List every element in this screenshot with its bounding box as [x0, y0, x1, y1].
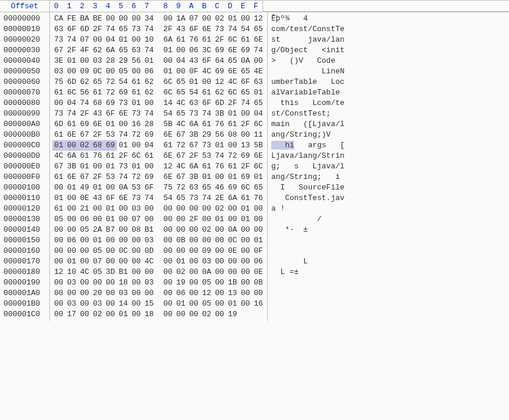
hex-byte[interactable]: 0D: [143, 246, 156, 256]
hex-byte[interactable]: 00: [252, 56, 265, 66]
offset-cell[interactable]: 000000A0: [4, 119, 46, 130]
hex-byte[interactable]: 0F: [187, 66, 200, 77]
hex-byte[interactable]: 62: [78, 77, 91, 87]
hex-byte[interactable]: 01: [91, 182, 104, 193]
hex-byte[interactable]: 00: [187, 309, 200, 320]
hex-byte[interactable]: 00: [161, 214, 174, 225]
hex-byte[interactable]: 43: [174, 24, 187, 35]
hex-byte[interactable]: 6E: [252, 151, 265, 161]
hex-byte[interactable]: 6A: [65, 151, 78, 161]
hex-byte[interactable]: 00: [213, 256, 226, 267]
offset-cell[interactable]: 00000040: [4, 56, 46, 66]
hex-byte[interactable]: 00: [174, 246, 187, 256]
offset-cell[interactable]: 00000120: [4, 204, 46, 214]
hex-byte[interactable]: 01: [117, 35, 130, 45]
hex-byte[interactable]: 04: [174, 56, 187, 66]
hex-byte[interactable]: 00: [117, 204, 130, 214]
hex-byte[interactable]: 61: [91, 87, 104, 98]
hex-byte[interactable]: 69: [213, 45, 226, 56]
hex-row[interactable]: 672F4F626A6563740100063C696E6974: [52, 45, 265, 56]
hex-byte[interactable]: 00: [161, 13, 174, 24]
hex-byte[interactable]: 17: [65, 309, 78, 320]
hex-byte[interactable]: 01: [187, 77, 200, 87]
hex-byte[interactable]: 12: [200, 288, 213, 299]
hex-byte[interactable]: 01: [52, 140, 65, 151]
hex-byte[interactable]: 00: [104, 182, 117, 193]
ascii-row[interactable]: st java/lan: [271, 35, 505, 45]
hex-byte[interactable]: 74: [117, 130, 130, 140]
hex-byte[interactable]: 61: [52, 204, 65, 214]
hex-byte[interactable]: 00: [78, 277, 91, 288]
hex-byte[interactable]: 00: [78, 299, 91, 309]
hex-byte[interactable]: 01: [104, 204, 117, 214]
hex-byte[interactable]: 0E: [226, 246, 239, 256]
hex-byte[interactable]: 01: [174, 299, 187, 309]
hex-byte[interactable]: 4C: [52, 151, 65, 161]
offset-cell[interactable]: 00000060: [4, 77, 46, 87]
hex-byte[interactable]: 68: [91, 98, 104, 109]
hex-byte[interactable]: 03: [52, 66, 65, 77]
hex-byte[interactable]: 74: [213, 151, 226, 161]
hex-byte[interactable]: 67: [52, 45, 65, 56]
hex-byte[interactable]: 6D: [78, 24, 91, 35]
hex-byte[interactable]: 61: [226, 119, 239, 130]
ascii-row[interactable]: I SourceFile: [271, 182, 505, 193]
hex-byte[interactable]: 2F: [117, 151, 130, 161]
hex-byte[interactable]: 18: [117, 277, 130, 288]
hex-byte[interactable]: 01: [143, 56, 156, 66]
hex-byte[interactable]: 2F: [213, 35, 226, 45]
hex-row[interactable]: 61002100010003000000000002000100: [52, 204, 265, 214]
hex-byte[interactable]: 00: [104, 235, 117, 246]
hex-byte[interactable]: 54: [161, 109, 174, 119]
hex-byte[interactable]: 00: [78, 246, 91, 256]
hex-row[interactable]: 000300000018000300190005001B000B: [52, 277, 265, 288]
hex-byte[interactable]: 68: [91, 140, 104, 151]
hex-byte[interactable]: 6F: [239, 77, 252, 87]
offset-cell[interactable]: 00000180: [4, 267, 46, 277]
hex-byte[interactable]: 00: [239, 288, 252, 299]
hex-byte[interactable]: 54: [239, 24, 252, 35]
hex-row[interactable]: CAFEBABE00000034001A070002010012: [52, 13, 265, 24]
hex-byte[interactable]: 62: [91, 45, 104, 56]
hex-byte[interactable]: 2F: [91, 130, 104, 140]
hex-byte[interactable]: 5B: [161, 119, 174, 130]
hex-byte[interactable]: 01: [213, 214, 226, 225]
hex-row[interactable]: 0006000100000003000B0000000C0001: [52, 235, 265, 246]
hex-byte[interactable]: 03: [130, 204, 143, 214]
offset-cell[interactable]: 00000100: [4, 182, 46, 193]
hex-byte[interactable]: 00: [239, 267, 252, 277]
ascii-row[interactable]: g/Object <init: [271, 45, 505, 56]
hex-byte[interactable]: 01: [161, 66, 174, 77]
hex-byte[interactable]: 54: [187, 87, 200, 98]
hex-byte[interactable]: 49: [78, 182, 91, 193]
hex-byte[interactable]: 29: [117, 56, 130, 66]
hex-byte[interactable]: 06: [65, 235, 78, 246]
hex-row[interactable]: 636F6D2F746573742F436F6E73745465: [52, 24, 265, 35]
hex-byte[interactable]: 00: [161, 256, 174, 267]
hex-byte[interactable]: 00: [130, 235, 143, 246]
hex-byte[interactable]: 61: [52, 87, 65, 98]
hex-byte[interactable]: 12: [252, 13, 265, 24]
hex-byte[interactable]: 61: [143, 151, 156, 161]
hex-byte[interactable]: 00: [226, 204, 239, 214]
hex-byte[interactable]: 00: [130, 256, 143, 267]
hex-byte[interactable]: 74: [226, 24, 239, 35]
hex-byte[interactable]: 67: [187, 140, 200, 151]
hex-byte[interactable]: 01: [226, 299, 239, 309]
hex-byte[interactable]: 00: [130, 66, 143, 77]
offset-cell[interactable]: 00000010: [4, 24, 46, 35]
hex-byte[interactable]: 61: [174, 35, 187, 45]
hex-byte[interactable]: 6E: [161, 130, 174, 140]
hex-byte[interactable]: 00: [104, 256, 117, 267]
hex-byte[interactable]: 10: [65, 267, 78, 277]
hex-byte[interactable]: 00: [78, 288, 91, 299]
hex-byte[interactable]: 01: [213, 140, 226, 151]
hex-byte[interactable]: 63: [187, 182, 200, 193]
hex-byte[interactable]: 00: [213, 172, 226, 182]
ascii-row[interactable]: *· ±: [271, 225, 505, 235]
hex-byte[interactable]: 73: [117, 161, 130, 172]
ascii-row[interactable]: main ([Ljava/l: [271, 119, 505, 130]
hex-byte[interactable]: 00: [239, 256, 252, 267]
hex-byte[interactable]: 03: [91, 299, 104, 309]
hex-row[interactable]: 0100026869010004617267730100135B: [52, 140, 265, 151]
